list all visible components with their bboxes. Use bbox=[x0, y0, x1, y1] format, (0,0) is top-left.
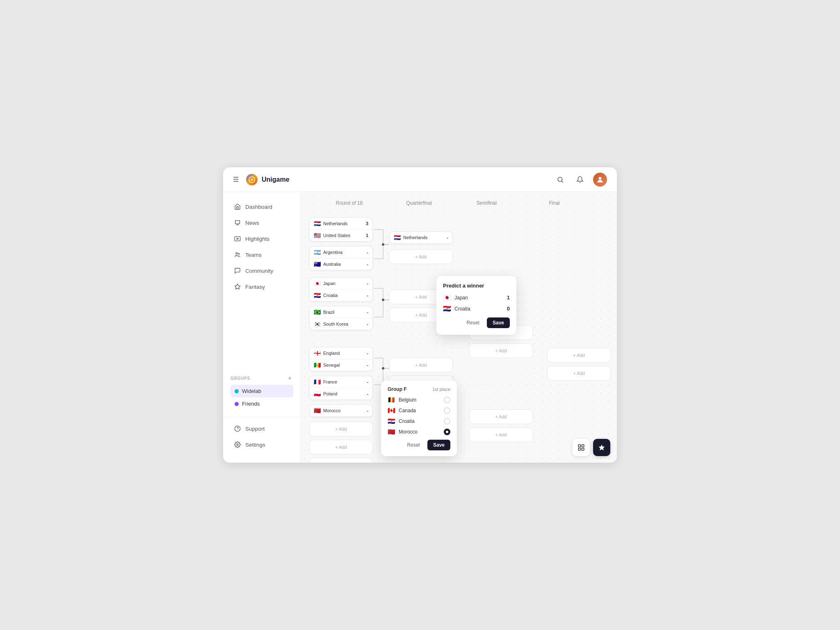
name-japan: Japan bbox=[323, 281, 360, 286]
groupf-flag-morocco: 🇲🇦 bbox=[388, 428, 395, 436]
logo-icon bbox=[246, 174, 258, 185]
add-r16-bottom2[interactable]: + Add bbox=[309, 440, 373, 454]
sidebar-label-dashboard: Dashboard bbox=[245, 204, 272, 210]
groupf-actions: Reset Save bbox=[388, 440, 450, 450]
predict-actions: Reset Save bbox=[443, 317, 510, 328]
match-r16-1: 🇳🇱 Netherlands 3 🇺🇸 United States 1 bbox=[309, 217, 373, 242]
add-qf-1[interactable]: + Add bbox=[389, 249, 453, 264]
score-netherlands-qf: - bbox=[443, 235, 448, 240]
groupf-popup: Group F 1st place 🇧🇪 Belgium 🇨🇦 Canada bbox=[381, 381, 457, 456]
fab-secondary-button[interactable] bbox=[573, 439, 590, 456]
svg-marker-7 bbox=[235, 284, 240, 289]
team-france[interactable]: 🇫🇷 France - bbox=[310, 376, 372, 388]
search-icon[interactable] bbox=[554, 173, 567, 186]
svg-rect-14 bbox=[578, 445, 580, 447]
svg-point-5 bbox=[236, 253, 237, 254]
col-header-r16: Round of 16 bbox=[313, 200, 385, 206]
add-r16-bottom1[interactable]: + Add bbox=[309, 422, 373, 436]
team-croatia-r16[interactable]: 🇭🇷 Croatia - bbox=[310, 290, 372, 301]
highlights-icon bbox=[234, 235, 241, 242]
col-header-final: Final bbox=[520, 200, 588, 206]
bracket-area: Round of 16 Quarterfinal Semifinal Final bbox=[301, 192, 617, 463]
groupf-team-canada: 🇨🇦 Canada bbox=[388, 407, 450, 414]
add-qf-3a[interactable]: + Add bbox=[389, 358, 453, 372]
score-poland: - bbox=[363, 391, 368, 396]
main-layout: Dashboard News Highlights bbox=[223, 192, 617, 463]
svg-rect-15 bbox=[582, 445, 584, 447]
groupf-save-button[interactable]: Save bbox=[427, 440, 450, 450]
predict-score-croatia: 0 bbox=[503, 306, 510, 312]
groupf-team-croatia: 🇭🇷 Croatia bbox=[388, 418, 450, 425]
group-item-widelab[interactable]: Widelab bbox=[231, 385, 293, 397]
name-netherlands: Netherlands bbox=[323, 221, 360, 226]
groupf-radio-croatia[interactable] bbox=[444, 418, 450, 425]
svg-point-6 bbox=[238, 253, 240, 255]
avatar[interactable] bbox=[593, 173, 607, 187]
name-netherlands-qf: Netherlands bbox=[403, 235, 440, 240]
team-poland[interactable]: 🇵🇱 Poland - bbox=[310, 388, 372, 399]
team-usa[interactable]: 🇺🇸 United States 1 bbox=[310, 230, 372, 241]
team-netherlands[interactable]: 🇳🇱 Netherlands 3 bbox=[310, 218, 372, 230]
match-r16-3: 🇯🇵 Japan - 🇭🇷 Croatia - bbox=[309, 277, 373, 301]
header: ☰ Unigame bbox=[223, 167, 617, 192]
svg-marker-4 bbox=[237, 238, 239, 240]
predict-save-button[interactable]: Save bbox=[487, 317, 510, 328]
team-southkorea[interactable]: 🇰🇷 South Korea - bbox=[310, 318, 372, 330]
add-sf-4[interactable]: + Add bbox=[469, 427, 533, 442]
name-france: France bbox=[323, 379, 360, 384]
groups-add-button[interactable]: + bbox=[287, 375, 293, 381]
groupf-reset-button[interactable]: Reset bbox=[403, 440, 424, 450]
team-england[interactable]: 🏴󠁧󠁢󠁥󠁮󠁧󠁿 England - bbox=[310, 347, 372, 359]
name-australia: Australia bbox=[323, 262, 360, 267]
bracket-headers: Round of 16 Quarterfinal Semifinal Final bbox=[309, 200, 609, 206]
notification-icon[interactable] bbox=[573, 173, 587, 186]
match-r16-2: 🇦🇷 Argentina - 🇦🇺 Australia - bbox=[309, 246, 373, 270]
add-r16-bottom3[interactable]: + Add bbox=[309, 458, 373, 463]
sidebar-item-teams[interactable]: Teams bbox=[226, 247, 297, 262]
add-sf-3[interactable]: + Add bbox=[469, 409, 533, 424]
group-item-friends[interactable]: Friends bbox=[231, 397, 293, 410]
sidebar-item-settings[interactable]: Settings bbox=[226, 437, 297, 452]
fantasy-icon bbox=[234, 283, 241, 290]
header-left: ☰ Unigame bbox=[233, 174, 290, 185]
groupf-flag-croatia: 🇭🇷 bbox=[388, 418, 395, 425]
fab-primary-button[interactable] bbox=[593, 439, 610, 456]
groupf-name-belgium: Belgium bbox=[399, 397, 441, 403]
score-usa: 1 bbox=[363, 233, 368, 238]
score-japan-r16: - bbox=[363, 281, 368, 286]
sidebar-bottom: Support Settings bbox=[223, 417, 301, 456]
team-australia[interactable]: 🇦🇺 Australia - bbox=[310, 258, 372, 270]
predict-popup: Predict a winner 🇯🇵 Japan 1 🇭🇷 Croatia 0 bbox=[436, 276, 516, 335]
team-netherlands-qf[interactable]: 🇳🇱 Netherlands - bbox=[390, 232, 452, 244]
sidebar-item-news[interactable]: News bbox=[226, 215, 297, 231]
predict-reset-button[interactable]: Reset bbox=[463, 317, 484, 328]
sidebar-item-community[interactable]: Community bbox=[226, 263, 297, 278]
match-r16-7: 🇲🇦 Morocco - bbox=[309, 404, 373, 417]
app-name: Unigame bbox=[262, 176, 290, 183]
add-final-2[interactable]: + Add bbox=[547, 366, 611, 381]
sidebar-item-dashboard[interactable]: Dashboard bbox=[226, 199, 297, 215]
groupf-radio-belgium[interactable] bbox=[444, 397, 450, 403]
svg-point-13 bbox=[382, 367, 384, 370]
predict-name-japan: Japan bbox=[454, 295, 500, 301]
name-morocco-r16: Morocco bbox=[323, 408, 360, 413]
team-argentina[interactable]: 🇦🇷 Argentina - bbox=[310, 247, 372, 258]
groupf-name-morocco: Morocco bbox=[399, 429, 441, 435]
hamburger-icon[interactable]: ☰ bbox=[233, 176, 239, 183]
group-label-widelab: Widelab bbox=[242, 388, 261, 394]
sidebar-item-highlights[interactable]: Highlights bbox=[226, 231, 297, 247]
add-final-1[interactable]: + Add bbox=[547, 348, 611, 363]
team-japan[interactable]: 🇯🇵 Japan - bbox=[310, 278, 372, 290]
name-poland: Poland bbox=[323, 391, 360, 396]
team-morocco-r16[interactable]: 🇲🇦 Morocco - bbox=[310, 405, 372, 417]
main-content: Round of 16 Quarterfinal Semifinal Final bbox=[301, 192, 617, 463]
predict-title: Predict a winner bbox=[443, 283, 510, 289]
groupf-title: Group F bbox=[388, 386, 407, 392]
team-brazil[interactable]: 🇧🇷 Brazil - bbox=[310, 306, 372, 318]
sidebar-item-support[interactable]: Support bbox=[226, 421, 297, 436]
groupf-radio-canada[interactable] bbox=[444, 407, 450, 414]
add-sf-2[interactable]: + Add bbox=[469, 343, 533, 358]
team-senegal[interactable]: 🇸🇳 Senegal - bbox=[310, 359, 372, 371]
groupf-radio-morocco[interactable] bbox=[444, 429, 450, 435]
sidebar-item-fantasy[interactable]: Fantasy bbox=[226, 279, 297, 294]
